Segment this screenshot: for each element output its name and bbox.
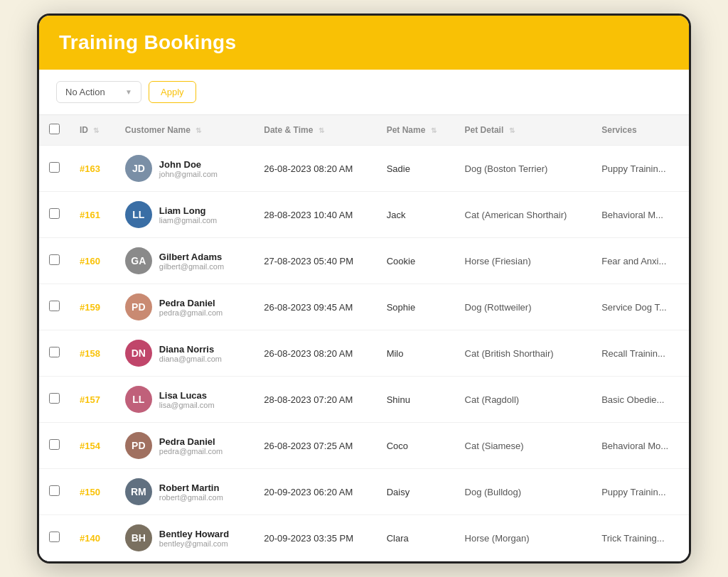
row-checkbox[interactable] (49, 532, 60, 542)
customer-name: Gilbert Adams (159, 252, 224, 262)
customer-name: Diana Norris (159, 344, 222, 355)
row-checkbox-cell (39, 423, 70, 469)
header-id: ID ⇅ (70, 115, 115, 146)
row-customer: LL Liam Long liam@gmail.com (115, 192, 254, 238)
page-header: Training Bookings (39, 16, 689, 70)
row-pet-name: Clara (377, 515, 455, 561)
table-row: #163 JD John Doe john@gmail.com 26-08-20… (39, 146, 689, 192)
bookings-table: ID ⇅ Customer Name ⇅ Date & Time ⇅ Pet N… (39, 115, 689, 561)
row-customer: LL Lisa Lucas lisa@gmail.com (115, 377, 254, 423)
table-row: #159 PD Pedra Daniel pedra@gmail.com 26-… (39, 284, 689, 330)
customer-email: diana@gmail.com (159, 355, 222, 363)
avatar: GA (125, 247, 152, 274)
header-pet-detail: Pet Detail ⇅ (455, 115, 592, 146)
table-header-row: ID ⇅ Customer Name ⇅ Date & Time ⇅ Pet N… (39, 115, 689, 146)
row-datetime: 20-09-2023 06:20 AM (254, 469, 376, 515)
table-row: #150 RM Robert Martin robert@gmail.com 2… (39, 469, 689, 515)
device-frame: Training Bookings No Action ▼ Apply ID ⇅ (37, 14, 691, 563)
row-checkbox[interactable] (49, 439, 60, 450)
select-all-checkbox[interactable] (49, 124, 60, 134)
row-datetime: 26-08-2023 09:45 AM (254, 284, 376, 330)
row-pet-name: Shinu (377, 377, 455, 423)
row-customer: PD Pedra Daniel pedra@gmail.com (115, 423, 254, 469)
customer-name: Pedra Daniel (159, 436, 223, 447)
row-checkbox-cell (39, 284, 70, 330)
row-checkbox-cell (39, 377, 70, 423)
row-checkbox[interactable] (49, 485, 60, 496)
row-checkbox[interactable] (49, 393, 60, 404)
row-datetime: 20-09-2023 03:35 PM (254, 515, 376, 561)
avatar: PD (125, 293, 152, 320)
row-checkbox[interactable] (49, 208, 60, 219)
page-title: Training Bookings (59, 31, 236, 53)
row-checkbox[interactable] (49, 254, 60, 265)
customer-info: Robert Martin robert@gmail.com (159, 482, 223, 502)
row-pet-name: Sophie (377, 284, 455, 330)
row-id: #154 (70, 423, 115, 469)
row-services: Trick Training... (592, 515, 689, 561)
row-pet-detail: Cat (American Shorthair) (455, 192, 592, 238)
customer-email: pedra@gmail.com (159, 308, 223, 317)
row-customer: PD Pedra Daniel pedra@gmail.com (115, 284, 254, 330)
row-pet-detail: Dog (Bulldog) (455, 469, 592, 515)
action-dropdown[interactable]: No Action ▼ (56, 81, 141, 103)
row-pet-name: Daisy (377, 469, 455, 515)
sort-icon-id: ⇅ (93, 126, 99, 134)
row-datetime: 28-08-2023 07:20 AM (254, 377, 376, 423)
row-checkbox-cell (39, 146, 70, 192)
sort-icon-petdetail: ⇅ (509, 126, 515, 134)
row-services: Recall Trainin... (592, 330, 689, 377)
table-row: #140 BH Bentley Howard bentley@gmail.com… (39, 515, 689, 561)
row-pet-name: Cookie (377, 238, 455, 284)
customer-email: bentley@gmail.com (159, 539, 229, 548)
row-id: #140 (70, 515, 115, 561)
row-checkbox-cell (39, 469, 70, 515)
row-services: Puppy Trainin... (592, 469, 689, 515)
header-datetime: Date & Time ⇅ (254, 115, 376, 146)
customer-info: Gilbert Adams gilbert@gmail.com (159, 252, 224, 271)
customer-email: robert@gmail.com (159, 493, 223, 502)
chevron-down-icon: ▼ (125, 88, 132, 96)
table-row: #161 LL Liam Long liam@gmail.com 28-08-2… (39, 192, 689, 238)
header-customer-name: Customer Name ⇅ (115, 115, 254, 146)
avatar: LL (125, 386, 152, 413)
row-pet-detail: Cat (Ragdoll) (455, 377, 592, 423)
row-datetime: 26-08-2023 08:20 AM (254, 330, 376, 377)
row-pet-detail: Dog (Rottweiler) (455, 284, 592, 330)
avatar: DN (125, 340, 152, 367)
row-checkbox[interactable] (49, 301, 60, 311)
header-pet-name: Pet Name ⇅ (377, 115, 455, 146)
row-customer: JD John Doe john@gmail.com (115, 146, 254, 192)
table-row: #160 GA Gilbert Adams gilbert@gmail.com … (39, 238, 689, 284)
row-checkbox[interactable] (49, 347, 60, 357)
row-datetime: 28-08-2023 10:40 AM (254, 192, 376, 238)
row-datetime: 26-08-2023 08:20 AM (254, 146, 376, 192)
header-services: Services (592, 115, 689, 146)
row-customer: BH Bentley Howard bentley@gmail.com (115, 515, 254, 561)
customer-email: lisa@gmail.com (159, 401, 215, 409)
row-checkbox[interactable] (49, 162, 60, 173)
row-pet-name: Sadie (377, 146, 455, 192)
header-checkbox-cell (39, 115, 70, 146)
customer-email: gilbert@gmail.com (159, 262, 224, 271)
sort-icon-pet: ⇅ (431, 126, 437, 134)
customer-name: John Doe (159, 159, 218, 170)
row-pet-detail: Horse (Friesian) (455, 238, 592, 284)
row-id: #161 (70, 192, 115, 238)
toolbar: No Action ▼ Apply (39, 70, 689, 115)
sort-icon-datetime: ⇅ (318, 126, 324, 134)
row-customer: DN Diana Norris diana@gmail.com (115, 330, 254, 377)
row-id: #163 (70, 146, 115, 192)
row-pet-detail: Dog (Boston Terrier) (455, 146, 592, 192)
row-pet-name: Coco (377, 423, 455, 469)
action-label: No Action (65, 87, 105, 97)
row-id: #159 (70, 284, 115, 330)
table-row: #157 LL Lisa Lucas lisa@gmail.com 28-08-… (39, 377, 689, 423)
row-checkbox-cell (39, 238, 70, 284)
customer-name: Liam Long (159, 205, 217, 216)
customer-info: Pedra Daniel pedra@gmail.com (159, 298, 223, 317)
apply-button[interactable]: Apply (149, 81, 196, 103)
row-services: Fear and Anxi... (592, 238, 689, 284)
avatar: RM (125, 478, 152, 505)
customer-name: Robert Martin (159, 482, 223, 493)
